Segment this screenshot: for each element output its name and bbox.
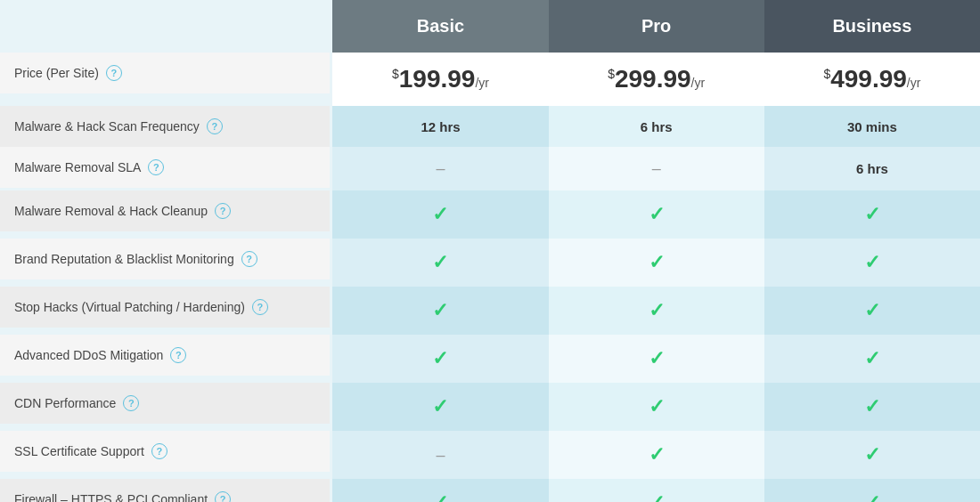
pro-header: Pro [549,0,764,53]
pro-cell: ✓ [549,239,764,287]
feature-cell: Malware Removal & Hack Cleanup? [0,190,330,231]
info-icon[interactable]: ? [215,491,231,502]
business-cell: 30 mins [764,106,980,147]
feature-label: Malware & Hack Scan Frequency [14,119,200,134]
basic-header: Basic [332,0,548,53]
basic-cell: ✓ [332,335,548,383]
check-icon: ✓ [432,347,448,369]
basic-cell: ✓ [332,383,548,431]
pro-cell: ✓ [549,335,764,383]
feature-label: Malware Removal & Hack Cleanup [14,204,208,218]
feature-cell: Price (Per Site)? [0,53,330,93]
feature-cell: Brand Reputation & Blacklist Monitoring? [0,239,330,279]
feature-cell: Firewall – HTTPS & PCI Compliant? [0,479,330,502]
pro-cell: – [549,147,764,190]
business-cell: $499.99/yr [764,53,980,106]
feature-label: CDN Performance [14,396,116,410]
info-icon[interactable]: ? [215,203,231,219]
feature-cell: Advanced DDoS Mitigation? [0,335,330,376]
check-icon: ✓ [649,395,665,417]
basic-cell: ✓ [332,190,548,239]
check-icon: ✓ [864,251,880,273]
basic-cell: 12 hrs [332,106,548,147]
check-icon: ✓ [864,299,880,321]
check-icon: ✓ [649,203,665,225]
basic-cell: ✓ [332,239,548,287]
info-icon[interactable]: ? [151,443,167,459]
feature-label: Firewall – HTTPS & PCI Compliant [14,492,208,502]
text-value: 6 hrs [641,119,673,134]
text-value: 30 mins [847,119,897,134]
business-cell: ✓ [764,383,980,431]
pro-cell: ✓ [549,431,764,479]
feature-cell: Stop Hacks (Virtual Patching / Hardening… [0,287,330,328]
info-icon[interactable]: ? [207,118,223,134]
business-cell: ✓ [764,335,980,383]
check-icon: ✓ [649,251,665,273]
business-cell: ✓ [764,431,980,479]
pricing-table: Basic Pro Business Price (Per Site)?$199… [0,0,980,502]
pro-cell: ✓ [549,383,764,431]
business-cell: ✓ [764,287,980,335]
basic-cell: – [332,147,548,190]
text-value: 12 hrs [421,119,460,134]
info-icon[interactable]: ? [123,395,139,411]
dash-value: – [436,159,445,177]
check-icon: ✓ [432,251,448,273]
check-icon: ✓ [864,347,880,369]
dash-value: – [436,446,445,464]
feature-header [0,0,332,53]
check-icon: ✓ [649,491,665,502]
feature-label: Stop Hacks (Virtual Patching / Hardening… [14,300,245,314]
check-icon: ✓ [864,395,880,417]
check-icon: ✓ [864,203,880,225]
info-icon[interactable]: ? [148,159,164,175]
feature-label: Price (Per Site) [14,66,99,80]
feature-label: SSL Certificate Support [14,444,144,458]
business-header: Business [764,0,980,53]
business-cell: ✓ [764,190,980,239]
check-icon: ✓ [864,491,880,502]
feature-label: Advanced DDoS Mitigation [14,348,163,362]
feature-cell: SSL Certificate Support? [0,431,330,472]
dash-value: – [652,159,661,177]
pro-cell: $299.99/yr [549,53,764,106]
basic-cell: ✓ [332,287,548,335]
check-icon: ✓ [432,299,448,321]
business-cell: ✓ [764,239,980,287]
check-icon: ✓ [432,491,448,502]
info-icon[interactable]: ? [170,347,186,363]
basic-cell: $199.99/yr [332,53,548,106]
info-icon[interactable]: ? [106,65,122,81]
basic-cell: – [332,431,548,479]
pro-cell: ✓ [549,190,764,239]
feature-label: Brand Reputation & Blacklist Monitoring [14,252,234,266]
check-icon: ✓ [649,299,665,321]
basic-cell: ✓ [332,479,548,502]
pro-cell: ✓ [549,479,764,502]
feature-label: Malware Removal SLA [14,160,141,174]
check-icon: ✓ [649,347,665,369]
check-icon: ✓ [649,443,665,466]
text-value: 6 hrs [856,161,888,176]
pro-cell: 6 hrs [549,106,764,147]
check-icon: ✓ [432,203,448,225]
check-icon: ✓ [432,395,448,417]
feature-cell: CDN Performance? [0,383,330,424]
info-icon[interactable]: ? [252,299,268,315]
business-cell: ✓ [764,479,980,502]
business-cell: 6 hrs [764,147,980,190]
check-icon: ✓ [864,443,880,466]
feature-cell: Malware Removal SLA? [0,147,330,188]
feature-cell: Malware & Hack Scan Frequency? [0,106,330,147]
pro-cell: ✓ [549,287,764,335]
info-icon[interactable]: ? [241,251,257,267]
